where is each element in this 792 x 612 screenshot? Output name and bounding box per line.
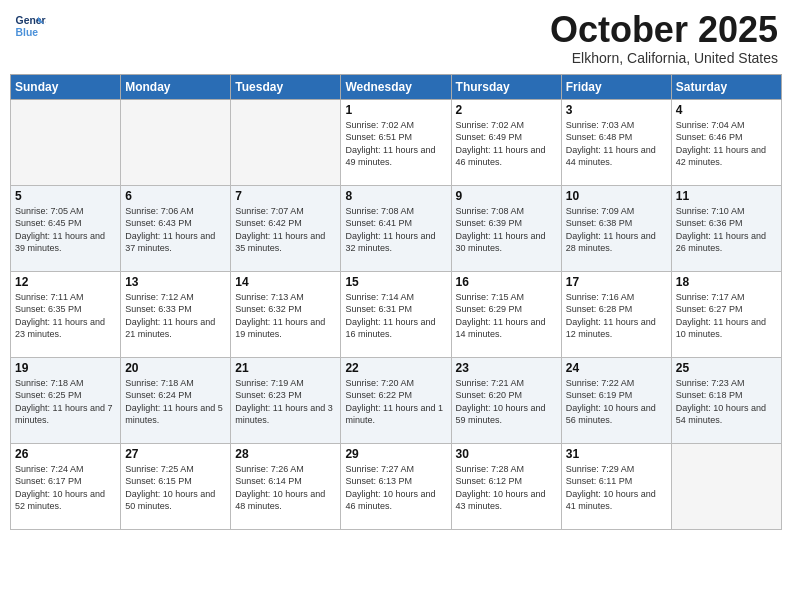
day-info: Sunrise: 7:29 AMSunset: 6:11 PMDaylight:…	[566, 463, 667, 513]
day-number: 31	[566, 447, 667, 461]
day-number: 12	[15, 275, 116, 289]
calendar-cell: 16Sunrise: 7:15 AMSunset: 6:29 PMDayligh…	[451, 271, 561, 357]
calendar-cell: 1Sunrise: 7:02 AMSunset: 6:51 PMDaylight…	[341, 99, 451, 185]
day-header-thursday: Thursday	[451, 74, 561, 99]
day-info: Sunrise: 7:02 AMSunset: 6:51 PMDaylight:…	[345, 119, 446, 169]
day-number: 16	[456, 275, 557, 289]
calendar-cell: 13Sunrise: 7:12 AMSunset: 6:33 PMDayligh…	[121, 271, 231, 357]
week-row-4: 19Sunrise: 7:18 AMSunset: 6:25 PMDayligh…	[11, 357, 782, 443]
calendar-cell: 12Sunrise: 7:11 AMSunset: 6:35 PMDayligh…	[11, 271, 121, 357]
day-info: Sunrise: 7:23 AMSunset: 6:18 PMDaylight:…	[676, 377, 777, 427]
title-block: October 2025 Elkhorn, California, United…	[550, 10, 778, 66]
day-info: Sunrise: 7:07 AMSunset: 6:42 PMDaylight:…	[235, 205, 336, 255]
logo-icon: General Blue	[14, 10, 46, 42]
day-header-wednesday: Wednesday	[341, 74, 451, 99]
day-number: 30	[456, 447, 557, 461]
calendar-cell: 21Sunrise: 7:19 AMSunset: 6:23 PMDayligh…	[231, 357, 341, 443]
day-number: 9	[456, 189, 557, 203]
day-info: Sunrise: 7:27 AMSunset: 6:13 PMDaylight:…	[345, 463, 446, 513]
calendar-cell: 11Sunrise: 7:10 AMSunset: 6:36 PMDayligh…	[671, 185, 781, 271]
day-number: 3	[566, 103, 667, 117]
day-number: 24	[566, 361, 667, 375]
day-info: Sunrise: 7:02 AMSunset: 6:49 PMDaylight:…	[456, 119, 557, 169]
calendar-cell: 23Sunrise: 7:21 AMSunset: 6:20 PMDayligh…	[451, 357, 561, 443]
day-info: Sunrise: 7:03 AMSunset: 6:48 PMDaylight:…	[566, 119, 667, 169]
calendar-table: SundayMondayTuesdayWednesdayThursdayFrid…	[10, 74, 782, 530]
calendar-cell: 22Sunrise: 7:20 AMSunset: 6:22 PMDayligh…	[341, 357, 451, 443]
day-info: Sunrise: 7:08 AMSunset: 6:41 PMDaylight:…	[345, 205, 446, 255]
calendar-cell	[231, 99, 341, 185]
day-info: Sunrise: 7:11 AMSunset: 6:35 PMDaylight:…	[15, 291, 116, 341]
calendar-cell: 3Sunrise: 7:03 AMSunset: 6:48 PMDaylight…	[561, 99, 671, 185]
day-number: 6	[125, 189, 226, 203]
day-info: Sunrise: 7:18 AMSunset: 6:25 PMDaylight:…	[15, 377, 116, 427]
day-info: Sunrise: 7:26 AMSunset: 6:14 PMDaylight:…	[235, 463, 336, 513]
calendar-cell: 8Sunrise: 7:08 AMSunset: 6:41 PMDaylight…	[341, 185, 451, 271]
logo: General Blue	[14, 10, 46, 42]
week-row-1: 1Sunrise: 7:02 AMSunset: 6:51 PMDaylight…	[11, 99, 782, 185]
day-number: 1	[345, 103, 446, 117]
calendar-cell: 6Sunrise: 7:06 AMSunset: 6:43 PMDaylight…	[121, 185, 231, 271]
day-headers-row: SundayMondayTuesdayWednesdayThursdayFrid…	[11, 74, 782, 99]
week-row-5: 26Sunrise: 7:24 AMSunset: 6:17 PMDayligh…	[11, 443, 782, 529]
day-info: Sunrise: 7:12 AMSunset: 6:33 PMDaylight:…	[125, 291, 226, 341]
day-number: 13	[125, 275, 226, 289]
day-info: Sunrise: 7:25 AMSunset: 6:15 PMDaylight:…	[125, 463, 226, 513]
calendar-cell: 20Sunrise: 7:18 AMSunset: 6:24 PMDayligh…	[121, 357, 231, 443]
day-header-friday: Friday	[561, 74, 671, 99]
calendar-cell: 2Sunrise: 7:02 AMSunset: 6:49 PMDaylight…	[451, 99, 561, 185]
day-number: 20	[125, 361, 226, 375]
day-number: 19	[15, 361, 116, 375]
day-number: 14	[235, 275, 336, 289]
week-row-3: 12Sunrise: 7:11 AMSunset: 6:35 PMDayligh…	[11, 271, 782, 357]
day-header-tuesday: Tuesday	[231, 74, 341, 99]
calendar-cell: 15Sunrise: 7:14 AMSunset: 6:31 PMDayligh…	[341, 271, 451, 357]
calendar-cell: 14Sunrise: 7:13 AMSunset: 6:32 PMDayligh…	[231, 271, 341, 357]
day-number: 4	[676, 103, 777, 117]
day-number: 29	[345, 447, 446, 461]
day-number: 2	[456, 103, 557, 117]
calendar-cell: 9Sunrise: 7:08 AMSunset: 6:39 PMDaylight…	[451, 185, 561, 271]
day-number: 26	[15, 447, 116, 461]
day-info: Sunrise: 7:19 AMSunset: 6:23 PMDaylight:…	[235, 377, 336, 427]
calendar-cell: 18Sunrise: 7:17 AMSunset: 6:27 PMDayligh…	[671, 271, 781, 357]
day-number: 15	[345, 275, 446, 289]
day-info: Sunrise: 7:15 AMSunset: 6:29 PMDaylight:…	[456, 291, 557, 341]
day-info: Sunrise: 7:05 AMSunset: 6:45 PMDaylight:…	[15, 205, 116, 255]
calendar-cell: 30Sunrise: 7:28 AMSunset: 6:12 PMDayligh…	[451, 443, 561, 529]
day-header-monday: Monday	[121, 74, 231, 99]
day-info: Sunrise: 7:21 AMSunset: 6:20 PMDaylight:…	[456, 377, 557, 427]
day-info: Sunrise: 7:10 AMSunset: 6:36 PMDaylight:…	[676, 205, 777, 255]
calendar-cell: 26Sunrise: 7:24 AMSunset: 6:17 PMDayligh…	[11, 443, 121, 529]
day-number: 11	[676, 189, 777, 203]
calendar-cell: 10Sunrise: 7:09 AMSunset: 6:38 PMDayligh…	[561, 185, 671, 271]
calendar-cell: 7Sunrise: 7:07 AMSunset: 6:42 PMDaylight…	[231, 185, 341, 271]
day-number: 7	[235, 189, 336, 203]
day-number: 23	[456, 361, 557, 375]
day-info: Sunrise: 7:16 AMSunset: 6:28 PMDaylight:…	[566, 291, 667, 341]
day-number: 25	[676, 361, 777, 375]
day-number: 10	[566, 189, 667, 203]
location: Elkhorn, California, United States	[550, 50, 778, 66]
day-number: 28	[235, 447, 336, 461]
calendar-cell: 4Sunrise: 7:04 AMSunset: 6:46 PMDaylight…	[671, 99, 781, 185]
calendar-cell: 28Sunrise: 7:26 AMSunset: 6:14 PMDayligh…	[231, 443, 341, 529]
day-number: 8	[345, 189, 446, 203]
day-info: Sunrise: 7:22 AMSunset: 6:19 PMDaylight:…	[566, 377, 667, 427]
calendar-cell	[121, 99, 231, 185]
day-number: 18	[676, 275, 777, 289]
day-info: Sunrise: 7:28 AMSunset: 6:12 PMDaylight:…	[456, 463, 557, 513]
day-info: Sunrise: 7:14 AMSunset: 6:31 PMDaylight:…	[345, 291, 446, 341]
calendar-cell: 31Sunrise: 7:29 AMSunset: 6:11 PMDayligh…	[561, 443, 671, 529]
day-info: Sunrise: 7:04 AMSunset: 6:46 PMDaylight:…	[676, 119, 777, 169]
day-info: Sunrise: 7:13 AMSunset: 6:32 PMDaylight:…	[235, 291, 336, 341]
day-header-sunday: Sunday	[11, 74, 121, 99]
calendar-cell	[11, 99, 121, 185]
month-title: October 2025	[550, 10, 778, 50]
day-number: 22	[345, 361, 446, 375]
calendar-cell: 27Sunrise: 7:25 AMSunset: 6:15 PMDayligh…	[121, 443, 231, 529]
day-number: 17	[566, 275, 667, 289]
day-header-saturday: Saturday	[671, 74, 781, 99]
calendar-cell: 5Sunrise: 7:05 AMSunset: 6:45 PMDaylight…	[11, 185, 121, 271]
week-row-2: 5Sunrise: 7:05 AMSunset: 6:45 PMDaylight…	[11, 185, 782, 271]
